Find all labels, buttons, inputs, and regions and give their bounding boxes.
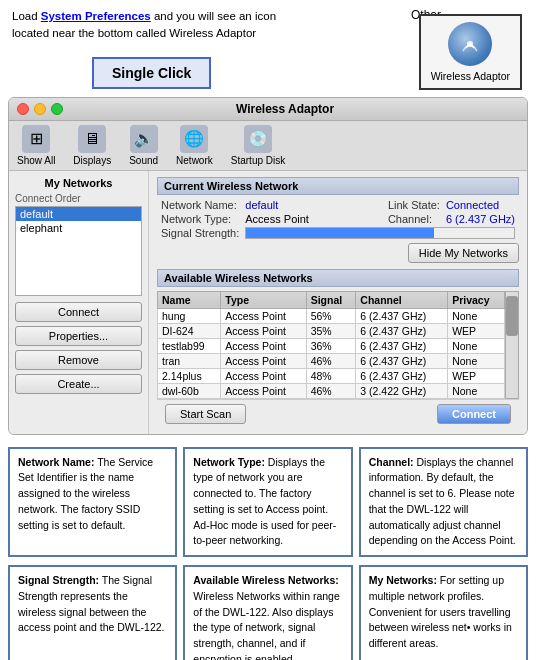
toolbar-network[interactable]: 🌐 Network (176, 125, 213, 166)
properties-button[interactable]: Properties... (15, 326, 142, 346)
table-row[interactable]: hungAccess Point56%6 (2.437 GHz)None (158, 308, 505, 323)
signal-bar-fill (246, 228, 433, 238)
table-scrollbar[interactable] (505, 291, 519, 399)
toolbar-sound-label: Sound (129, 155, 158, 166)
sidebar-title: My Networks (15, 177, 142, 189)
available-networks-section-title: Available Wireless Networks (157, 269, 519, 287)
cell-channel: 6 (2.437 GHz) (356, 368, 448, 383)
info-card-row1-2: Channel: Displays the channel informatio… (359, 447, 528, 558)
main-panel: Current Wireless Network Network Name: d… (149, 171, 527, 434)
maximize-button[interactable] (51, 103, 63, 115)
info-card-row1-1: Network Type: Displays the type of netwo… (183, 447, 352, 558)
table-row[interactable]: tranAccess Point46%6 (2.437 GHz)None (158, 353, 505, 368)
table-row[interactable]: testlab99Access Point36%6 (2.437 GHz)Non… (158, 338, 505, 353)
table-row[interactable]: dwl-60bAccess Point46%3 (2.422 GHz)None (158, 383, 505, 398)
network-item-default[interactable]: default (16, 207, 141, 221)
hide-btn-row: Hide My Networks (157, 243, 519, 263)
close-button[interactable] (17, 103, 29, 115)
show-all-icon: ⊞ (22, 125, 50, 153)
resize-handle (507, 103, 519, 115)
cell-privacy: None (448, 338, 505, 353)
remove-button[interactable]: Remove (15, 350, 142, 370)
toolbar-sound[interactable]: 🔊 Sound (129, 125, 158, 166)
cell-type: Access Point (221, 338, 306, 353)
card-title: My Networks: (369, 574, 437, 586)
current-network-section-title: Current Wireless Network (157, 177, 519, 195)
sidebar-buttons: Connect Properties... Remove Create... (15, 302, 142, 394)
minimize-button[interactable] (34, 103, 46, 115)
create-button[interactable]: Create... (15, 374, 142, 394)
toolbar-displays[interactable]: 🖥 Displays (73, 125, 111, 166)
hide-my-networks-button[interactable]: Hide My Networks (408, 243, 519, 263)
card-title: Network Name: (18, 456, 94, 468)
cell-name: 2.14plus (158, 368, 221, 383)
single-click-button[interactable]: Single Click (92, 57, 211, 89)
cell-channel: 6 (2.437 GHz) (356, 323, 448, 338)
top-section: Load System Preferences and you will see… (0, 0, 536, 93)
info-cards-row2: Signal Strength: The Signal Strength rep… (0, 565, 536, 660)
toolbar-displays-label: Displays (73, 155, 111, 166)
network-name-label: Network Name: (161, 199, 239, 211)
connect-order-label: Connect Order (15, 193, 142, 204)
cell-channel: 6 (2.437 GHz) (356, 353, 448, 368)
cell-channel: 6 (2.437 GHz) (356, 308, 448, 323)
col-name: Name (158, 291, 221, 308)
cell-type: Access Point (221, 368, 306, 383)
scrollbar-area: Name Type Signal Channel Privacy hungAcc… (157, 291, 519, 399)
cell-privacy: WEP (448, 368, 505, 383)
channel-label: Channel: (388, 213, 440, 225)
network-list[interactable]: default elephant (15, 206, 142, 296)
info-card-row1-0: Network Name: The Service Set Identifier… (8, 447, 177, 558)
col-channel: Channel (356, 291, 448, 308)
network-icon: 🌐 (180, 125, 208, 153)
table-row[interactable]: DI-624Access Point35%6 (2.437 GHz)WEP (158, 323, 505, 338)
cell-name: testlab99 (158, 338, 221, 353)
connect-button[interactable]: Connect (15, 302, 142, 322)
cell-privacy: None (448, 308, 505, 323)
scrollbar-thumb (506, 296, 518, 336)
connect-network-button[interactable]: Connect (437, 404, 511, 424)
cell-channel: 6 (2.437 GHz) (356, 338, 448, 353)
sound-icon: 🔊 (130, 125, 158, 153)
card-title: Network Type: (193, 456, 265, 468)
cell-type: Access Point (221, 308, 306, 323)
info-card-row2-1: Available Wireless Networks: Wireless Ne… (183, 565, 352, 660)
wireless-adaptor-label: Wireless Adaptor (431, 70, 510, 82)
networks-table: Name Type Signal Channel Privacy hungAcc… (157, 291, 505, 399)
info-card-row2-2: My Networks: For setting up multiple net… (359, 565, 528, 660)
table-wrapper: Name Type Signal Channel Privacy hungAcc… (157, 291, 505, 399)
cell-signal: 46% (306, 353, 356, 368)
signal-bar-container (245, 227, 515, 239)
network-name-value: default (245, 199, 382, 211)
wireless-adaptor-icon-box: Wireless Adaptor (419, 14, 522, 90)
window-titlebar: Wireless Adaptor (9, 98, 527, 121)
toolbar-show-all[interactable]: ⊞ Show All (17, 125, 55, 166)
channel-value: 6 (2.437 GHz) (446, 213, 515, 225)
cell-privacy: None (448, 353, 505, 368)
start-scan-button[interactable]: Start Scan (165, 404, 246, 424)
info-card-row2-0: Signal Strength: The Signal Strength rep… (8, 565, 177, 660)
toolbar: ⊞ Show All 🖥 Displays 🔊 Sound 🌐 Network … (9, 121, 527, 171)
cell-type: Access Point (221, 323, 306, 338)
card-title: Available Wireless Networks: (193, 574, 338, 586)
cell-signal: 35% (306, 323, 356, 338)
col-signal: Signal (306, 291, 356, 308)
info-cards-row1: Network Name: The Service Set Identifier… (0, 439, 536, 566)
main-window: Wireless Adaptor ⊞ Show All 🖥 Displays 🔊… (8, 97, 528, 435)
window-bottom: Start Scan Connect (157, 399, 519, 428)
toolbar-startup-disk[interactable]: 💿 Startup Disk (231, 125, 285, 166)
cell-signal: 46% (306, 383, 356, 398)
cell-name: tran (158, 353, 221, 368)
cell-privacy: None (448, 383, 505, 398)
content-area: My Networks Connect Order default elepha… (9, 171, 527, 434)
wifi-icon (458, 32, 482, 56)
cell-name: DI-624 (158, 323, 221, 338)
cell-signal: 56% (306, 308, 356, 323)
table-row[interactable]: 2.14plusAccess Point48%6 (2.437 GHz)WEP (158, 368, 505, 383)
link-state-label: Link State: (388, 199, 440, 211)
network-item-elephant[interactable]: elephant (16, 221, 141, 235)
col-privacy: Privacy (448, 291, 505, 308)
network-type-label: Network Type: (161, 213, 239, 225)
toolbar-show-all-label: Show All (17, 155, 55, 166)
system-preferences-link[interactable]: System Preferences (41, 10, 151, 22)
